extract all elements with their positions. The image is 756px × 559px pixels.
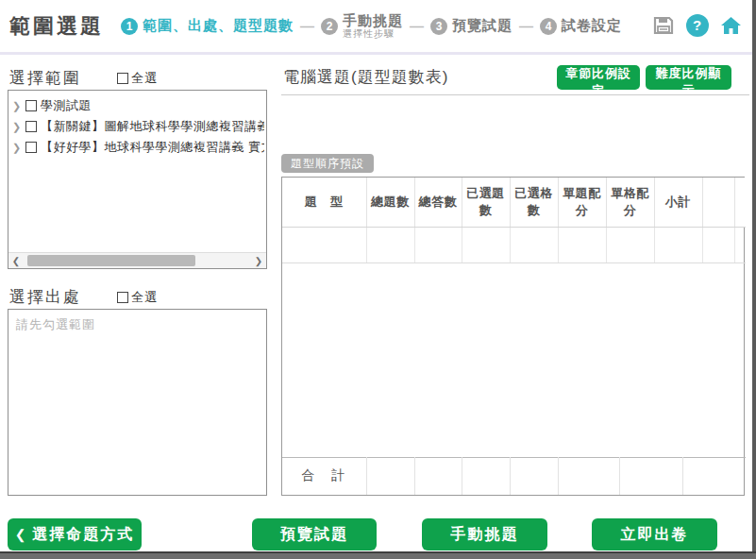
step-divider: —	[519, 18, 533, 34]
cell-subtotal[interactable]	[654, 227, 702, 263]
col-selected-questions: 已選題數	[462, 178, 510, 227]
cell-points-per-cell[interactable]	[606, 227, 654, 263]
col-total-questions: 總題數	[366, 178, 414, 227]
col-points-per-cell: 單格配分	[606, 178, 654, 227]
source-select-all[interactable]: 全選	[117, 289, 158, 306]
horizontal-scrollbar[interactable]: ❮ ❯	[8, 252, 266, 268]
table-header-row: 題 型 總題數 總答數 已選題數 已選格數 單題配分 單格配分 小計	[282, 178, 746, 227]
cell-total-questions[interactable]	[366, 227, 414, 263]
source-section-title: 選擇出處	[9, 286, 81, 308]
step-indicator: 1 範圍、出處、題型題數 — 2 手動挑題 選擇性步驟 — 3 預覽試題 — 4	[121, 13, 622, 40]
difficulty-ratio-button[interactable]: 難度比例顯示	[646, 65, 731, 90]
step-3[interactable]: 3 預覽試題	[430, 18, 512, 35]
totals-label: 合 計	[282, 457, 366, 495]
expander-icon[interactable]: ❯	[12, 121, 24, 133]
step-divider: —	[300, 18, 314, 34]
step-2-number: 2	[321, 18, 338, 35]
col-empty-2	[734, 178, 746, 227]
source-placeholder: 請先勾選範圍	[8, 310, 266, 340]
header-divider	[0, 52, 756, 55]
header: 範圍選題 1 範圍、出處、題型題數 — 2 手動挑題 選擇性步驟 — 3 預覽試…	[0, 0, 756, 52]
source-select-all-checkbox[interactable]	[117, 292, 128, 303]
window-bottom-edge	[0, 551, 756, 559]
col-selected-cells: 已選格數	[510, 178, 558, 227]
source-list-panel: 請先勾選範圍	[8, 309, 267, 496]
step-4-label: 試卷設定	[562, 18, 622, 34]
source-select-all-label: 全選	[131, 289, 158, 306]
chapter-ratio-button[interactable]: 章節比例設定	[557, 65, 640, 90]
col-total-answers: 總答數	[414, 178, 462, 227]
totals-cell	[510, 457, 558, 495]
step-4[interactable]: 4 試卷設定	[540, 18, 622, 35]
chevron-left-icon: ❮	[15, 527, 28, 542]
totals-cell	[462, 457, 510, 495]
cell-selected-cells[interactable]	[510, 227, 558, 263]
cell-empty-2	[734, 227, 746, 263]
preview-questions-button[interactable]: 預覽試題	[252, 518, 377, 551]
tree-item-checkbox[interactable]	[25, 121, 37, 132]
cell-selected-questions[interactable]	[462, 227, 510, 263]
step-1[interactable]: 1 範圍、出處、題型題數	[121, 18, 294, 35]
totals-cell	[558, 457, 619, 495]
col-question-type: 題 型	[282, 178, 366, 227]
window-right-edge	[752, 0, 756, 559]
table-empty-area	[282, 263, 744, 457]
scrollbar-track[interactable]	[24, 253, 251, 268]
main-panel-divider	[281, 94, 749, 95]
totals-cell	[366, 457, 414, 495]
back-to-method-button[interactable]: ❮ 選擇命題方式	[8, 518, 142, 551]
cell-total-answers[interactable]	[414, 227, 462, 263]
scrollbar-thumb[interactable]	[27, 255, 195, 266]
step-2-label: 手動挑題	[343, 13, 403, 29]
range-section-title: 選擇範圍	[9, 67, 81, 89]
totals-cell	[682, 457, 746, 495]
tree-item[interactable]: ❯ 學測試題	[12, 95, 264, 116]
totals-row: 合 計	[282, 457, 746, 495]
totals-cell	[414, 457, 462, 495]
step-4-number: 4	[540, 18, 557, 35]
col-points-per-question: 單題配分	[558, 178, 606, 227]
col-empty-1	[702, 178, 734, 227]
col-subtotal: 小計	[654, 178, 702, 227]
step-3-number: 3	[430, 18, 447, 35]
range-select-all[interactable]: 全選	[117, 70, 158, 87]
tree-item[interactable]: ❯ 【新關鍵】圖解地球科學學測總複習講義	[12, 116, 264, 137]
main-panel-title: 電腦選題(題型題數表)	[283, 66, 448, 88]
step-2-sublabel: 選擇性步驟	[343, 28, 403, 39]
step-divider: —	[410, 18, 424, 34]
step-1-number: 1	[121, 18, 138, 35]
tree-item[interactable]: ❯ 【好好學】地球科學學測總複習講義 實力	[12, 137, 264, 158]
save-icon[interactable]	[651, 13, 675, 37]
bottom-action-bar: ❮ 選擇命題方式 預覽試題 手動挑題 立即出卷	[0, 510, 752, 551]
expander-icon[interactable]: ❯	[12, 100, 24, 112]
step-3-label: 預覽試題	[452, 18, 512, 34]
scroll-right-icon[interactable]: ❯	[251, 253, 266, 268]
cell-question-type[interactable]	[282, 227, 366, 263]
cell-empty-1	[702, 227, 734, 263]
range-select-all-checkbox[interactable]	[117, 73, 128, 84]
range-tree-panel: ❯ 學測試題 ❯ 【新關鍵】圖解地球科學學測總複習講義 ❯ 【好好學】地球科學學…	[8, 90, 267, 269]
manual-pick-button[interactable]: 手動挑題	[422, 518, 547, 551]
question-order-tag[interactable]: 題型順序預設	[281, 154, 374, 173]
table-row	[282, 227, 746, 263]
cell-points-per-question[interactable]	[558, 227, 606, 263]
step-1-label: 範圍、出處、題型題數	[143, 18, 294, 34]
help-icon[interactable]: ?	[685, 13, 709, 37]
tree-item-checkbox[interactable]	[25, 100, 37, 111]
expander-icon[interactable]: ❯	[12, 142, 24, 154]
question-type-table: 題 型 總題數 總答數 已選題數 已選格數 單題配分 單格配分 小計	[281, 177, 745, 496]
generate-paper-button[interactable]: 立即出卷	[592, 518, 717, 551]
totals-cell	[619, 457, 682, 495]
tree-item-checkbox[interactable]	[25, 142, 37, 153]
range-select-all-label: 全選	[131, 70, 158, 87]
step-2[interactable]: 2 手動挑題 選擇性步驟	[321, 13, 403, 40]
page-title: 範圍選題	[9, 12, 104, 41]
home-icon[interactable]	[719, 13, 743, 37]
scroll-left-icon[interactable]: ❮	[8, 253, 24, 268]
